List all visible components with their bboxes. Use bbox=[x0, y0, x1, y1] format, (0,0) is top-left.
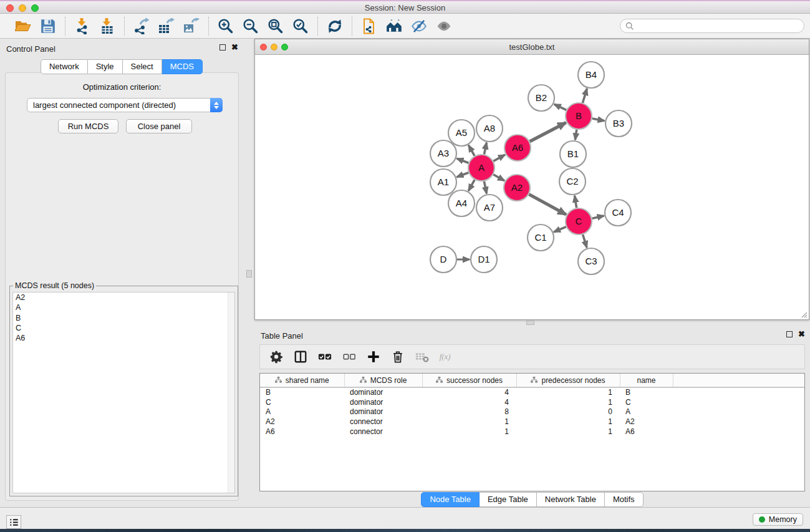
edge-A-A7[interactable] bbox=[484, 181, 486, 194]
result-item[interactable]: C bbox=[13, 323, 234, 333]
edge-B-B2[interactable] bbox=[554, 104, 566, 110]
gear-icon[interactable] bbox=[269, 350, 283, 364]
result-item[interactable]: A bbox=[13, 302, 234, 312]
edge-A-A4[interactable] bbox=[468, 180, 475, 191]
float-table-panel-icon[interactable] bbox=[786, 331, 793, 337]
node-C[interactable]: C bbox=[566, 208, 592, 235]
edge-A-A3[interactable] bbox=[457, 158, 469, 163]
eye-icon[interactable] bbox=[435, 17, 453, 36]
export-image-icon[interactable] bbox=[182, 17, 201, 36]
tab-select[interactable]: Select bbox=[123, 59, 162, 74]
node-C3[interactable]: C3 bbox=[578, 248, 604, 274]
import-network-icon[interactable] bbox=[73, 17, 92, 36]
zoom-fit-icon[interactable] bbox=[266, 17, 285, 36]
edge-C-C1[interactable] bbox=[554, 227, 566, 232]
column-header-successor-nodes[interactable]: successor nodes bbox=[422, 374, 516, 387]
edge-B-B4[interactable] bbox=[582, 89, 587, 103]
close-panel-icon[interactable]: ✖ bbox=[231, 44, 238, 51]
add-column-icon[interactable] bbox=[366, 350, 380, 364]
memory-button[interactable]: Memory bbox=[753, 513, 803, 526]
result-item[interactable]: B bbox=[13, 313, 234, 323]
edge-B-B1[interactable] bbox=[575, 130, 576, 140]
edge-A2-C[interactable] bbox=[529, 195, 566, 215]
import-table-icon[interactable] bbox=[98, 17, 117, 36]
column-header-shared-name[interactable]: shared name bbox=[260, 374, 344, 387]
run-mcds-button[interactable]: Run MCDS bbox=[58, 119, 118, 133]
houses-icon[interactable] bbox=[385, 17, 403, 36]
result-item[interactable]: A2 bbox=[13, 293, 234, 302]
node-B3[interactable]: B3 bbox=[605, 110, 632, 137]
result-item[interactable]: A6 bbox=[13, 333, 234, 343]
node-A6[interactable]: A6 bbox=[504, 135, 531, 161]
tab-network-table[interactable]: Network Table bbox=[537, 492, 605, 507]
node-A1[interactable]: A1 bbox=[430, 169, 456, 195]
node-A[interactable]: A bbox=[468, 155, 494, 181]
criterion-dropdown[interactable]: largest connected component (directed) bbox=[27, 98, 223, 112]
table-row[interactable]: Bdominator41B bbox=[260, 387, 804, 397]
node-C4[interactable]: C4 bbox=[605, 200, 631, 226]
tab-node-table[interactable]: Node Table bbox=[421, 492, 480, 507]
edge-A-A2[interactable] bbox=[493, 175, 504, 181]
node-C2[interactable]: C2 bbox=[559, 168, 586, 195]
edge-A-A5[interactable] bbox=[468, 145, 475, 156]
float-panel-icon[interactable] bbox=[219, 44, 226, 51]
tab-network[interactable]: Network bbox=[41, 59, 88, 74]
search-field[interactable] bbox=[620, 19, 804, 33]
mcds-result-list[interactable]: A2ABCA6 bbox=[12, 292, 235, 493]
document-share-icon[interactable] bbox=[360, 17, 378, 36]
close-panel-button[interactable]: Close panel bbox=[126, 119, 192, 133]
node-table[interactable]: shared nameMCDS rolesuccessor nodesprede… bbox=[259, 373, 805, 491]
delete-column-icon[interactable] bbox=[390, 350, 405, 364]
column-header-MCDS-role[interactable]: MCDS role bbox=[344, 374, 422, 387]
tab-mcds[interactable]: MCDS bbox=[162, 59, 203, 74]
edge-A-A1[interactable] bbox=[457, 173, 469, 177]
function-builder-icon[interactable]: f(x) bbox=[439, 350, 453, 364]
refresh-icon[interactable] bbox=[325, 17, 344, 36]
select-all-checks-icon[interactable] bbox=[317, 350, 332, 364]
edge-C-C3[interactable] bbox=[583, 235, 587, 248]
horizontal-splitter-handle[interactable] bbox=[526, 321, 534, 325]
edge-A-A6[interactable] bbox=[493, 155, 505, 161]
open-folder-icon[interactable] bbox=[14, 17, 32, 36]
resize-grip-icon[interactable] bbox=[800, 311, 808, 318]
save-icon[interactable] bbox=[39, 17, 57, 36]
node-B4[interactable]: B4 bbox=[578, 62, 604, 88]
node-B2[interactable]: B2 bbox=[528, 85, 554, 111]
node-C1[interactable]: C1 bbox=[528, 225, 554, 251]
tab-style[interactable]: Style bbox=[88, 59, 123, 74]
scrollbar-track[interactable] bbox=[228, 293, 234, 493]
node-D[interactable]: D bbox=[430, 246, 456, 273]
table-row[interactable]: A2connector11A2 bbox=[260, 417, 804, 427]
node-B[interactable]: B bbox=[566, 103, 592, 129]
close-table-panel-icon[interactable]: ✖ bbox=[798, 331, 805, 337]
node-A5[interactable]: A5 bbox=[448, 120, 475, 146]
tab-motifs[interactable]: Motifs bbox=[605, 492, 644, 507]
delete-table-icon[interactable] bbox=[415, 350, 429, 364]
zoom-in-icon[interactable] bbox=[216, 17, 235, 36]
table-row[interactable]: Cdominator41C bbox=[260, 397, 804, 407]
node-A2[interactable]: A2 bbox=[504, 175, 530, 201]
network-canvas[interactable]: B4B2BB3A5A8A6B1A3AC2A1A2A4A7CC4C1C3DD1 bbox=[255, 55, 809, 319]
zoom-out-icon[interactable] bbox=[241, 17, 260, 36]
search-input[interactable] bbox=[634, 21, 804, 32]
export-table-icon[interactable] bbox=[157, 17, 176, 36]
node-D1[interactable]: D1 bbox=[471, 246, 497, 273]
node-A3[interactable]: A3 bbox=[430, 140, 456, 167]
eye-slash-icon[interactable] bbox=[410, 17, 428, 36]
clear-checks-icon[interactable] bbox=[342, 350, 356, 364]
zoom-selected-icon[interactable] bbox=[291, 17, 310, 36]
export-network-icon[interactable] bbox=[132, 17, 151, 36]
edge-A6-B[interactable] bbox=[530, 123, 566, 142]
table-row[interactable]: Adominator80A bbox=[260, 407, 804, 417]
node-A4[interactable]: A4 bbox=[448, 190, 475, 216]
split-columns-icon[interactable] bbox=[293, 350, 307, 364]
column-header-name[interactable]: name bbox=[620, 374, 673, 387]
node-A7[interactable]: A7 bbox=[476, 195, 503, 221]
edge-A-A8[interactable] bbox=[484, 143, 486, 155]
vertical-splitter-handle[interactable] bbox=[246, 270, 252, 278]
node-A8[interactable]: A8 bbox=[476, 115, 503, 142]
edge-C-C2[interactable] bbox=[575, 196, 577, 208]
node-B1[interactable]: B1 bbox=[560, 141, 586, 167]
tab-edge-table[interactable]: Edge Table bbox=[480, 492, 537, 507]
edge-B-B3[interactable] bbox=[592, 118, 605, 121]
